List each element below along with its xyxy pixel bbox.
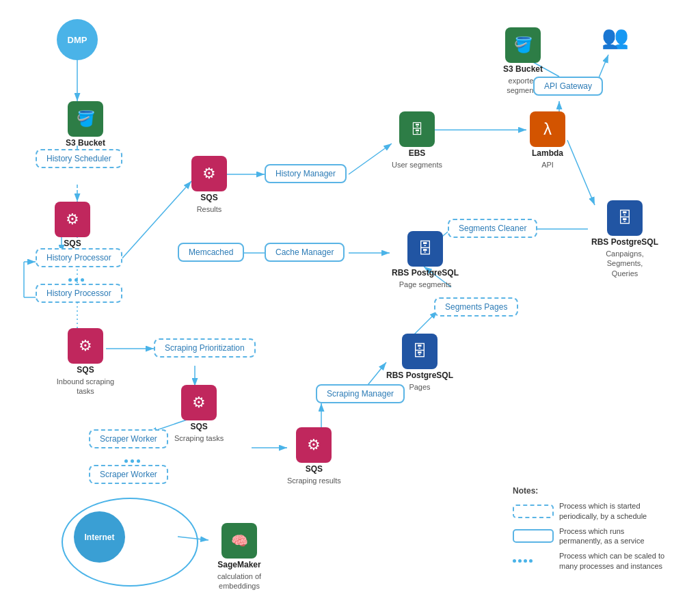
legend-dashed-box	[513, 505, 554, 518]
sagemaker-title: SageMaker	[217, 560, 260, 569]
dmp-circle: DMP	[57, 19, 98, 60]
legend-solid-text: Process which runs permanently, as a ser…	[559, 526, 669, 546]
history-processor-2-label: History Processor	[46, 288, 111, 298]
sqs-scraping-label: Scraping tasks	[174, 433, 224, 443]
dmp-node: DMP	[57, 19, 98, 60]
rbs-pages-title: RBS PostgreSQL	[386, 371, 453, 380]
sqs-scraping-node: ⚙ SQS Scraping tasks	[174, 385, 224, 443]
legend-title: Notes:	[513, 486, 669, 496]
scraper-worker-1-label: Scraper Worker	[100, 434, 157, 444]
memcached-label: Memcached	[189, 247, 233, 257]
segments-cleaner-box: Segments Cleaner	[448, 219, 537, 238]
rbs-pages-icon: 🗄	[402, 334, 438, 369]
sagemaker-icon: 🧠	[221, 523, 257, 559]
rbs-page-segments-node: 🗄 RBS PostgreSQL Page segments	[392, 231, 459, 289]
history-manager-label: History Manager	[275, 169, 336, 178]
legend-item-dots: Process which can be scaled to many proc…	[513, 551, 669, 571]
scraping-prioritization-box: Scraping Prioritization	[154, 338, 256, 358]
internet-circle: Internet	[74, 511, 125, 563]
sagemaker-node: 🧠 SageMaker calculation of embeddings	[208, 523, 270, 591]
legend-dots-text: Process which can be scaled to many proc…	[559, 551, 669, 571]
legend-dashed-text: Process which is started periodically, b…	[559, 501, 669, 521]
ebs-title: EBS	[409, 148, 426, 158]
dots-scrapers	[124, 459, 140, 463]
s3-new-icon: 🪣	[68, 101, 103, 137]
segments-pages-box: Segments Pages	[434, 297, 518, 317]
rbs-campaigns-icon: 🗄	[607, 200, 643, 236]
api-gateway-label: API Gateway	[544, 81, 592, 91]
svg-line-27	[567, 140, 595, 205]
scraper-worker-1-box: Scraper Worker	[89, 429, 168, 448]
sqs-results-node: ⚙ SQS Results	[191, 156, 227, 214]
internet-label: Internet	[84, 533, 114, 542]
cache-manager-box: Cache Manager	[265, 243, 345, 262]
lambda-icon: λ	[530, 111, 565, 147]
lambda-label: API	[541, 160, 554, 170]
dots-processors	[68, 278, 84, 282]
sqs-tasks-icon: ⚙	[55, 202, 90, 237]
internet-node: Internet	[74, 511, 125, 563]
api-gateway-box: API Gateway	[533, 77, 603, 96]
rbs-pages-label: Pages	[409, 382, 430, 392]
history-processor-2-box: History Processor	[36, 284, 122, 303]
rbs-campaigns-title: RBS PostgreSQL	[591, 237, 658, 247]
history-scheduler-label: History Scheduler	[46, 154, 111, 163]
lambda-title: Lambda	[532, 148, 563, 158]
segments-cleaner-label: Segments Cleaner	[459, 224, 526, 233]
rbs-pages-node: 🗄 RBS PostgreSQL Pages	[386, 334, 453, 392]
scraper-worker-2-label: Scraper Worker	[100, 470, 157, 479]
legend: Notes: Process which is started periodic…	[502, 478, 679, 584]
sqs-scraping-results-icon: ⚙	[296, 427, 332, 463]
scraping-manager-label: Scraping Manager	[327, 389, 394, 399]
history-processor-1-box: History Processor	[36, 248, 122, 267]
sqs-results-icon: ⚙	[191, 156, 227, 191]
legend-solid-box	[513, 529, 554, 543]
svg-line-11	[349, 144, 392, 174]
legend-item-solid: Process which runs permanently, as a ser…	[513, 526, 669, 546]
history-processor-1-label: History Processor	[46, 253, 111, 263]
rbs-page-segments-icon: 🗄	[407, 231, 443, 267]
sqs-results-label: Results	[197, 204, 222, 214]
ebs-label: User segments	[392, 160, 442, 170]
sqs-inbound-icon: ⚙	[68, 328, 103, 364]
rbs-page-segments-label: Page segments	[399, 280, 451, 289]
memcached-box: Memcached	[178, 243, 244, 262]
sqs-scraping-results-title: SQS	[306, 464, 323, 474]
rbs-campaigns-label: Canpaigns, Segments, Queries	[594, 249, 656, 278]
lambda-node: λ Lambda API	[530, 111, 565, 170]
legend-item-dashed: Process which is started periodically, b…	[513, 501, 669, 521]
sqs-inbound-node: ⚙ SQS Inbound scraping tasks	[55, 328, 116, 396]
ebs-node: 🗄 EBS User segments	[392, 111, 442, 170]
sqs-tasks-title: SQS	[64, 239, 81, 248]
sqs-scraping-title: SQS	[190, 422, 207, 431]
s3-new-title: S3 Bucket	[66, 138, 105, 148]
sqs-scraping-results-node: ⚙ SQS Scraping results	[287, 427, 341, 485]
rbs-campaigns-node: 🗄 RBS PostgreSQL Canpaigns, Segments, Qu…	[591, 200, 658, 278]
sqs-inbound-title: SQS	[77, 365, 94, 375]
rbs-page-segments-title: RBS PostgreSQL	[392, 268, 459, 278]
cache-manager-label: Cache Manager	[275, 247, 334, 257]
sqs-inbound-label: Inbound scraping tasks	[55, 377, 116, 396]
history-scheduler-box: History Scheduler	[36, 149, 122, 168]
ebs-icon: 🗄	[399, 111, 435, 147]
history-manager-box: History Manager	[265, 164, 347, 183]
segments-pages-label: Segments Pages	[445, 302, 507, 312]
legend-dots-box	[513, 559, 554, 563]
scraping-prioritization-label: Scraping Prioritization	[165, 343, 245, 353]
scraping-manager-box: Scraping Manager	[316, 384, 405, 403]
scraper-worker-2-box: Scraper Worker	[89, 465, 168, 484]
dmp-label: DMP	[68, 35, 88, 45]
s3-exported-icon: 🪣	[505, 27, 541, 63]
architecture-diagram: DMP 🪣 S3 Bucket new files each hour Hist…	[0, 0, 700, 605]
sqs-scraping-results-label: Scraping results	[287, 476, 341, 485]
sqs-results-title: SQS	[200, 193, 217, 202]
s3-exported-title: S3 Bucket	[503, 64, 543, 74]
sagemaker-label: calculation of embeddings	[208, 572, 270, 591]
users-icon: 👥	[602, 24, 629, 50]
sqs-scraping-icon: ⚙	[181, 385, 217, 420]
